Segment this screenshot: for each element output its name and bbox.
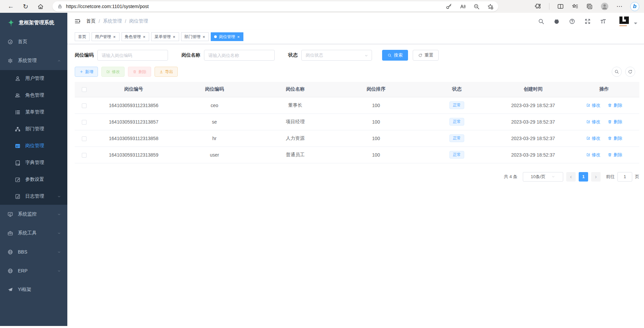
menu-tree-icon	[15, 109, 21, 115]
table-row[interactable]: 1641030593112313859 user 普通员工 100 正常 202…	[75, 146, 639, 163]
row-edit-link[interactable]: 修改	[586, 152, 601, 158]
url-text[interactable]: https://ccnetcore.com:1101/system/post	[66, 4, 438, 9]
close-icon[interactable]: ×	[113, 35, 116, 39]
prev-page-button[interactable]: ‹	[566, 172, 576, 182]
close-icon[interactable]: ×	[172, 35, 176, 39]
close-icon[interactable]: ×	[143, 35, 146, 39]
row-checkbox[interactable]	[82, 153, 87, 158]
refresh-table-button[interactable]	[625, 67, 635, 77]
password-key-icon[interactable]	[446, 3, 452, 10]
user-avatar[interactable]	[617, 14, 631, 28]
browser-refresh-button[interactable]: ↻	[20, 1, 31, 12]
tab-home[interactable]: 首页	[75, 32, 90, 41]
split-screen-icon[interactable]	[557, 3, 564, 10]
sidebar-fold-icon[interactable]	[74, 18, 81, 25]
sidebar-item-dictionary-management[interactable]: 字典管理	[0, 154, 67, 171]
screen: ← ↻ https://ccnetcore.com:1101/system/po…	[0, 0, 644, 328]
zoom-out-icon[interactable]	[473, 3, 480, 10]
close-icon[interactable]: ×	[202, 35, 206, 39]
delete-button[interactable]: 删除	[128, 67, 151, 77]
status-select[interactable]: 岗位状态	[301, 50, 372, 61]
add-button[interactable]: 新增	[75, 67, 98, 77]
help-question-icon[interactable]	[569, 18, 575, 25]
fullscreen-icon[interactable]	[584, 18, 591, 25]
page-number-1[interactable]: 1	[579, 172, 588, 182]
row-edit-link[interactable]: 修改	[586, 119, 601, 125]
browser-home-button[interactable]	[35, 1, 46, 12]
row-delete-link[interactable]: 删除	[608, 152, 622, 158]
cell-post-sort: 100	[336, 113, 416, 130]
next-page-button[interactable]: ›	[591, 172, 601, 182]
table-row[interactable]: 1641030593112313858 hr 人力资源 100 正常 2023-…	[75, 130, 639, 146]
sidebar-item-department-management[interactable]: 部门管理	[0, 121, 67, 137]
close-icon[interactable]: ×	[237, 35, 240, 39]
log-icon	[15, 194, 21, 199]
breadcrumb-home[interactable]: 首页	[86, 18, 96, 24]
cell-post-code: se	[174, 113, 255, 130]
top-navbar: 首页 / 系统管理 / 岗位管理	[67, 13, 644, 30]
table-row[interactable]: 1641030593112313856 ceo 董事长 100 正常 2023-…	[75, 97, 639, 113]
select-all-checkbox[interactable]	[82, 87, 87, 92]
search-button[interactable]: 搜索	[382, 50, 408, 61]
font-size-icon[interactable]	[600, 18, 606, 25]
sidebar-item-yi-framework[interactable]: Yi框架	[0, 280, 67, 299]
row-checkbox[interactable]	[82, 103, 87, 108]
sidebar-item-user-management[interactable]: 用户管理	[0, 70, 67, 87]
collections-icon[interactable]	[586, 3, 593, 10]
row-edit-link[interactable]: 修改	[586, 102, 601, 108]
sidebar-item-log-management[interactable]: 日志管理	[0, 188, 67, 205]
row-checkbox[interactable]	[82, 120, 87, 125]
favorites-bar-icon[interactable]	[572, 3, 578, 10]
sidebar-item-erp[interactable]: ERP	[0, 261, 67, 280]
read-aloud-icon[interactable]	[460, 3, 466, 10]
toggle-search-button[interactable]	[612, 67, 622, 77]
post-code-input[interactable]	[97, 50, 168, 61]
paper-plane-icon	[7, 287, 13, 293]
extensions-icon[interactable]	[535, 3, 541, 10]
github-icon[interactable]	[553, 18, 560, 25]
post-name-input[interactable]	[204, 50, 275, 61]
sidebar-item-home[interactable]: 首页	[0, 32, 67, 51]
row-delete-link[interactable]: 删除	[608, 135, 622, 141]
address-bar[interactable]: https://ccnetcore.com:1101/system/post	[53, 1, 498, 11]
sidebar-item-bbs[interactable]: BBS	[0, 242, 67, 261]
sidebar-item-post-management[interactable]: 岗位管理	[0, 137, 67, 154]
cell-post-code: ceo	[174, 97, 255, 113]
lock-icon[interactable]	[57, 4, 63, 9]
header-search-icon[interactable]	[538, 18, 544, 25]
bing-chat-icon[interactable]: b	[630, 2, 639, 11]
page-size-select[interactable]: 10条/页	[523, 172, 563, 182]
tab-post-management[interactable]: 岗位管理 ×	[211, 32, 243, 41]
add-favorite-star-icon[interactable]	[487, 3, 494, 10]
header-post-name: 岗位名称	[255, 82, 336, 97]
row-checkbox[interactable]	[82, 136, 87, 141]
sidebar-item-system-monitor[interactable]: 系统监控	[0, 205, 67, 224]
row-delete-link[interactable]: 删除	[608, 102, 622, 108]
browser-back-button[interactable]: ←	[5, 1, 16, 12]
tab-menu-management[interactable]: 菜单管理 ×	[151, 32, 179, 41]
id-card-icon	[15, 143, 21, 149]
row-delete-link[interactable]: 删除	[608, 119, 622, 125]
post-name-label: 岗位名称	[181, 52, 200, 58]
table-row[interactable]: 1641030593112313857 se 项目经理 100 正常 2023-…	[75, 113, 639, 130]
status-badge: 正常	[449, 151, 464, 159]
toolbox-icon	[7, 230, 13, 236]
sidebar-item-menu-management[interactable]: 菜单管理	[0, 104, 67, 121]
tab-department-management[interactable]: 部门管理 ×	[181, 32, 209, 41]
sidebar-item-system-management[interactable]: 系统管理	[0, 51, 67, 70]
export-button[interactable]: 导出	[155, 67, 178, 77]
row-edit-link[interactable]: 修改	[586, 135, 601, 141]
browser-profile-avatar[interactable]	[601, 2, 609, 10]
sidebar-item-system-tools[interactable]: 系统工具	[0, 224, 67, 242]
goto-page-input[interactable]	[617, 172, 632, 182]
edit-button[interactable]: 修改	[101, 67, 125, 77]
reset-button[interactable]: 重置	[413, 50, 439, 61]
sidebar-item-role-management[interactable]: 角色管理	[0, 87, 67, 104]
browser-settings-menu-icon[interactable]: ⋯	[616, 3, 622, 9]
cell-post-name: 人力资源	[255, 130, 336, 146]
user-avatar-menu[interactable]	[617, 14, 637, 28]
sidebar-item-parameter-settings[interactable]: 参数设置	[0, 171, 67, 188]
sidebar-item-label: Yi框架	[18, 287, 61, 293]
tab-user-management[interactable]: 用户管理 ×	[92, 32, 120, 41]
tab-role-management[interactable]: 角色管理 ×	[122, 32, 149, 41]
